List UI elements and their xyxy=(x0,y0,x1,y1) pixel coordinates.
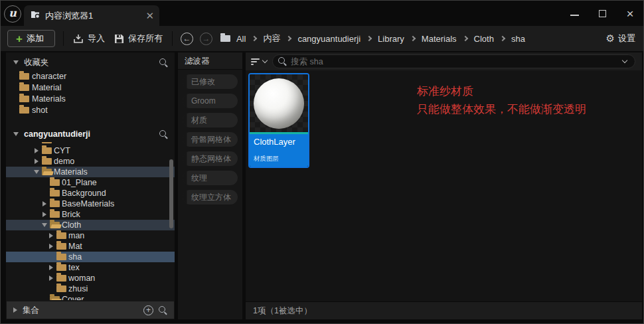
tree-item-basematerials[interactable]: BaseMaterials xyxy=(6,199,175,209)
tree-item-demo[interactable]: demo xyxy=(6,156,175,167)
expand-arrow-icon[interactable] xyxy=(13,307,17,313)
favorites-header[interactable]: 收藏夹 xyxy=(6,54,175,70)
settings-button[interactable]: ⚙ 设置 xyxy=(606,33,635,44)
gear-icon: ⚙ xyxy=(606,33,615,44)
favorites-item-shot[interactable]: shot xyxy=(6,104,175,116)
add-collection-icon[interactable]: + xyxy=(143,305,153,315)
search-history-chevron-icon[interactable] xyxy=(622,58,627,63)
filter-static-mesh[interactable]: 静态网格体 xyxy=(183,151,238,166)
collapse-arrow-icon[interactable] xyxy=(13,132,19,136)
favorites-item-label: shot xyxy=(32,106,48,115)
tri-slot xyxy=(40,223,48,227)
favorites-item-character[interactable]: character xyxy=(6,70,175,82)
favorites-item-material[interactable]: Material xyxy=(6,82,175,93)
filter-label: 材质 xyxy=(191,115,207,126)
tree-item-mat[interactable]: Mat xyxy=(6,241,175,252)
asset-grid: ClothLayer 材质图层 标准纱材质 只能做整体效果，不能做渐变透明 xyxy=(246,70,642,301)
forward-arrow-icon: → xyxy=(202,35,210,42)
breadcrumb: All 内容 cangyuantudierji Library Material… xyxy=(220,33,525,44)
tree-item-brick[interactable]: Brick xyxy=(6,209,175,220)
folder-icon xyxy=(50,201,60,207)
import-button[interactable]: 导入 xyxy=(72,33,106,44)
favorites-item-materials[interactable]: Materials xyxy=(6,93,175,104)
tree-item-cover[interactable]: Cover xyxy=(6,294,175,300)
back-button[interactable]: ← xyxy=(181,33,193,45)
folder-icon xyxy=(56,264,66,271)
filter-dropdown-button[interactable] xyxy=(251,58,267,65)
forward-button[interactable]: → xyxy=(200,33,212,45)
asset-search-box[interactable] xyxy=(272,54,635,68)
collections-search-icon[interactable] xyxy=(159,306,167,315)
tree-item-01-plane[interactable]: 01_Plane xyxy=(6,177,175,188)
tri-slot xyxy=(33,170,40,174)
collapse-arrow-icon[interactable] xyxy=(34,170,39,174)
search-input[interactable] xyxy=(291,57,619,66)
unreal-engine-logo-icon[interactable]: u xyxy=(4,5,21,23)
window-controls: × xyxy=(569,1,635,26)
maximize-button[interactable] xyxy=(597,8,607,19)
filter-skeletal-mesh[interactable]: 骨骼网格体 xyxy=(183,132,238,147)
tree-item-background[interactable]: Background xyxy=(6,188,175,199)
expand-arrow-icon[interactable] xyxy=(49,233,53,238)
filter-modified[interactable]: 已修改 xyxy=(183,74,238,89)
chevron-right-icon xyxy=(462,36,467,41)
folder-icon xyxy=(42,147,52,154)
breadcrumb-item-materials[interactable]: Materials xyxy=(422,34,457,44)
favorites-search-icon[interactable] xyxy=(159,58,168,67)
breadcrumb-item-cloth[interactable]: Cloth xyxy=(474,34,494,44)
save-all-button[interactable]: 保存所有 xyxy=(113,33,164,44)
chevron-right-icon xyxy=(410,36,416,41)
filter-material[interactable]: 材质 xyxy=(183,113,238,127)
tree-item-label: Brick xyxy=(62,210,80,219)
tree-item-tex[interactable]: tex xyxy=(6,262,175,273)
expand-arrow-icon[interactable] xyxy=(35,148,39,153)
tab-content-browser[interactable]: 内容浏览器1 ✕ xyxy=(24,5,159,26)
breadcrumb-item-sha[interactable]: sha xyxy=(511,34,525,44)
collapse-arrow-icon[interactable] xyxy=(42,223,47,227)
close-button[interactable]: × xyxy=(625,8,635,19)
minimize-button[interactable] xyxy=(569,8,580,19)
filter-texture-cube[interactable]: 纹理立方体 xyxy=(183,190,238,204)
ue-logo-glyph: u xyxy=(9,8,17,19)
filter-groom[interactable]: Groom xyxy=(183,94,238,108)
tree-item-man[interactable]: man xyxy=(6,230,175,241)
filter-texture[interactable]: 纹理 xyxy=(183,171,238,185)
tree-item-cloth[interactable]: Cloth xyxy=(6,220,175,230)
tab-close-icon[interactable]: ✕ xyxy=(145,11,154,21)
asset-tile-clothlayer[interactable]: ClothLayer 材质图层 xyxy=(248,73,309,168)
expand-arrow-icon[interactable] xyxy=(42,212,46,217)
asset-name: ClothLayer xyxy=(254,137,304,147)
tree-item-label: Cloth xyxy=(62,220,81,230)
content-browser-window: u 内容浏览器1 ✕ × + 添加 导入 xyxy=(0,0,644,324)
folder-icon xyxy=(42,158,52,165)
status-bar: 1项（1被选中） xyxy=(246,301,642,319)
tree-item-materials[interactable]: Materials xyxy=(6,167,175,177)
tri-slot xyxy=(33,148,40,153)
folder-icon xyxy=(56,232,66,239)
sources-search-icon[interactable] xyxy=(159,130,168,139)
expand-arrow-icon[interactable] xyxy=(49,244,53,249)
folder-icon xyxy=(56,285,66,292)
collapse-arrow-icon[interactable] xyxy=(13,60,19,64)
tree-item-cyt[interactable]: CYT xyxy=(6,145,175,156)
tree-item-sha[interactable]: sha xyxy=(6,252,175,262)
add-button-label: 添加 xyxy=(27,33,44,44)
folder-icon xyxy=(56,254,66,260)
tri-slot xyxy=(12,132,19,136)
folder-icon xyxy=(50,190,60,197)
expand-arrow-icon[interactable] xyxy=(35,159,39,164)
expand-arrow-icon[interactable] xyxy=(42,201,46,206)
breadcrumb-item-content[interactable]: 内容 xyxy=(263,33,280,44)
breadcrumb-item-all[interactable]: All xyxy=(236,34,246,44)
add-button[interactable]: + 添加 xyxy=(7,30,55,47)
tree-scrollbar-thumb[interactable] xyxy=(169,159,173,228)
tree-item-zhusi[interactable]: zhusi xyxy=(6,284,175,294)
breadcrumb-item-cangyuantudierji[interactable]: cangyuantudierji xyxy=(297,34,361,44)
sources-header[interactable]: cangyuantudierji xyxy=(6,126,175,142)
item-count-status: 1项（1被选中） xyxy=(253,305,312,317)
collections-bar[interactable]: 集合 + xyxy=(7,301,174,319)
tree-item-woman[interactable]: woman xyxy=(6,273,175,284)
expand-arrow-icon[interactable] xyxy=(49,276,53,281)
expand-arrow-icon[interactable] xyxy=(49,265,53,270)
breadcrumb-item-library[interactable]: Library xyxy=(378,34,404,44)
